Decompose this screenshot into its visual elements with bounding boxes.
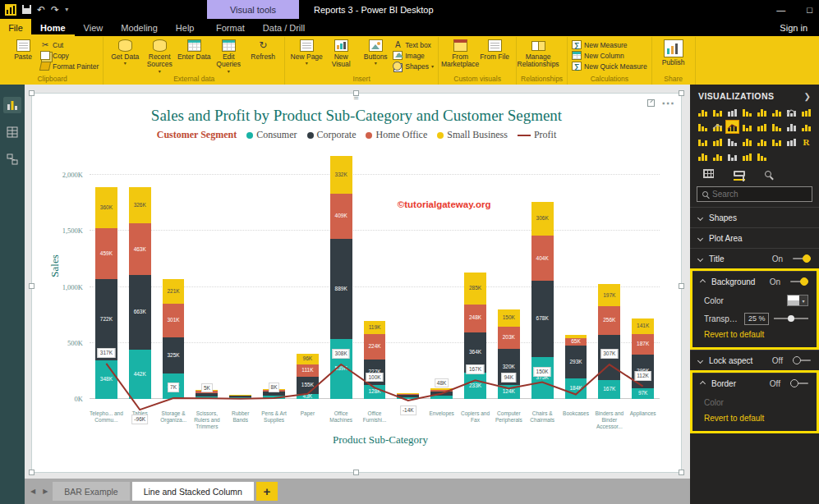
bar-column[interactable]: 184K293K65K xyxy=(559,153,593,399)
viz-icon-table[interactable] xyxy=(711,150,724,163)
viz-icon-map[interactable] xyxy=(697,135,709,148)
bar-column[interactable] xyxy=(391,153,425,399)
section-header[interactable]: Plot Area xyxy=(690,228,819,248)
viz-icon-donut-chart[interactable] xyxy=(785,121,798,133)
viz-icon-area-chart[interactable] xyxy=(800,106,812,118)
bar-column[interactable]: 233K364K248K285K xyxy=(458,153,492,399)
viz-icon-matrix[interactable] xyxy=(726,150,738,163)
transparency-slider[interactable] xyxy=(774,318,809,319)
add-page-button[interactable]: + xyxy=(256,482,278,501)
chart-visual[interactable]: ≡ ⋯ Sales and Profit by Product Sub-Cate… xyxy=(31,93,682,473)
section-header[interactable]: Shapes xyxy=(690,208,819,227)
section-header[interactable]: TitleOn xyxy=(690,249,819,268)
viz-icon-r-script-visual[interactable]: R xyxy=(800,135,812,148)
viz-icon-100-stacked-bar-chart[interactable] xyxy=(756,106,768,118)
section-header[interactable]: BorderOff xyxy=(692,373,817,393)
publish-button[interactable]: Publish xyxy=(656,37,691,66)
shapes-button[interactable]: Shapes▾ xyxy=(393,62,434,71)
color-picker-dropdown[interactable]: ▾ xyxy=(787,295,808,306)
viz-icon-100-stacked-column-chart[interactable] xyxy=(771,106,783,118)
viz-icon-waterfall-chart[interactable] xyxy=(741,121,753,133)
resize-handle[interactable] xyxy=(29,470,35,475)
viz-icon-shape-map[interactable] xyxy=(756,150,768,163)
sign-in-button[interactable]: Sign in xyxy=(780,23,819,33)
bar-column[interactable]: 97K296K187K141K xyxy=(626,153,660,399)
viz-icon-slicer[interactable] xyxy=(697,150,709,163)
page-tab-line-and-stacked-column[interactable]: Line and Stacked Column xyxy=(132,482,254,501)
sidebar-item-model-view[interactable] xyxy=(3,151,21,167)
section-header[interactable]: Lock aspectOff xyxy=(690,351,819,370)
bar-column[interactable]: 348K722K459K360K xyxy=(90,153,123,399)
redo-icon[interactable]: ↷ xyxy=(51,5,59,15)
new-visual-button[interactable]: New Visual xyxy=(324,37,358,69)
pane-tab-format[interactable] xyxy=(734,171,745,179)
viz-icon-line-chart[interactable] xyxy=(785,106,798,118)
revert-to-default-link[interactable]: Revert to default xyxy=(704,411,808,426)
get-data-button[interactable]: Get Data▾ xyxy=(108,37,142,66)
revert-to-default-link[interactable]: Revert to default xyxy=(704,328,808,342)
tab-help[interactable]: Help xyxy=(167,19,204,36)
copy-button[interactable]: Copy xyxy=(40,51,99,60)
viz-icon-stacked-bar-chart[interactable] xyxy=(697,106,709,118)
save-icon[interactable] xyxy=(22,5,31,14)
new-page-button[interactable]: New Page▾ xyxy=(289,37,324,66)
minimize-button[interactable]: — xyxy=(776,5,785,15)
from-file-button[interactable]: From File xyxy=(477,37,512,61)
quick-access-dropdown-icon[interactable]: ▾ xyxy=(65,6,68,13)
sidebar-item-data-view[interactable] xyxy=(3,124,21,140)
viz-icon-filled-map[interactable] xyxy=(711,135,724,148)
viz-icon-stacked-area-chart[interactable] xyxy=(697,121,709,133)
viz-icon-scatter-chart[interactable] xyxy=(756,121,768,133)
viz-icon-card[interactable] xyxy=(756,135,768,148)
text-box-button[interactable]: AText box xyxy=(393,40,434,49)
resize-handle[interactable] xyxy=(679,470,684,475)
tab-data-drill[interactable]: Data / Drill xyxy=(254,19,314,36)
bar-column[interactable]: 224K325K301K221K xyxy=(157,153,191,399)
bar-column[interactable]: 539K889K409K332K xyxy=(324,153,358,399)
page-nav-next-icon[interactable]: ▶ xyxy=(40,488,50,495)
lock-aspect-toggle[interactable] xyxy=(793,356,811,364)
report-canvas[interactable]: ≡ ⋯ Sales and Profit by Product Sub-Cate… xyxy=(25,85,690,479)
edit-queries-button[interactable]: Edit Queries▾ xyxy=(211,37,246,74)
bar-column[interactable]: 375K678K404K306K xyxy=(526,153,559,399)
bar-column[interactable]: 43K155K111K96K xyxy=(291,153,324,399)
format-painter-button[interactable]: Format Painter xyxy=(40,62,99,71)
bar-column[interactable]: 128K227K224K119K xyxy=(358,153,392,399)
slider-knob[interactable] xyxy=(788,315,794,322)
bar-column[interactable]: 167K404K256K197K xyxy=(592,153,626,399)
new-column-button[interactable]: New Column xyxy=(572,51,647,60)
refresh-button[interactable]: ↻Refresh xyxy=(246,37,280,61)
collapse-panel-icon[interactable]: ❯ xyxy=(804,92,811,101)
bar-column[interactable] xyxy=(425,153,458,399)
viz-icon-multi-row-card[interactable] xyxy=(771,135,783,148)
resize-handle[interactable] xyxy=(29,90,35,96)
bar-column[interactable] xyxy=(190,153,223,399)
new-measure-button[interactable]: ∑New Measure xyxy=(572,40,647,49)
bar-column[interactable]: 124K320K203K150K xyxy=(492,153,526,399)
viz-icon-arcgis-map[interactable] xyxy=(741,150,753,163)
viz-icon-funnel[interactable] xyxy=(726,135,738,148)
viz-icon-gauge[interactable] xyxy=(741,135,753,148)
viz-icon-pie-chart[interactable] xyxy=(771,121,783,133)
tab-file[interactable]: File xyxy=(0,19,31,36)
viz-icon-line-and-stacked-column-chart[interactable] xyxy=(726,121,738,133)
tab-format[interactable]: Format xyxy=(207,19,254,36)
viz-icon-clustered-bar-chart[interactable] xyxy=(726,106,738,118)
resize-handle[interactable] xyxy=(679,90,684,96)
viz-icon-line-and-clustered-column-chart[interactable] xyxy=(711,121,724,133)
tab-modeling[interactable]: Modeling xyxy=(112,19,167,36)
background-toggle[interactable] xyxy=(790,277,808,286)
image-button[interactable]: Image xyxy=(393,51,434,60)
pane-tab-fields[interactable] xyxy=(703,169,714,181)
tab-view[interactable]: View xyxy=(75,19,113,36)
title-toggle[interactable] xyxy=(793,254,811,263)
sidebar-item-report-view[interactable] xyxy=(3,97,21,113)
recent-sources-button[interactable]: Recent Sources▾ xyxy=(142,37,177,74)
format-search-box[interactable] xyxy=(697,186,812,202)
section-header[interactable]: BackgroundOn xyxy=(692,272,817,291)
viz-icon-kpi[interactable] xyxy=(785,135,798,148)
viz-icon-stacked-column-chart[interactable] xyxy=(711,106,724,118)
viz-icon-treemap[interactable] xyxy=(800,121,812,133)
paste-button[interactable]: Paste xyxy=(6,37,40,61)
undo-icon[interactable]: ↶ xyxy=(37,5,45,15)
